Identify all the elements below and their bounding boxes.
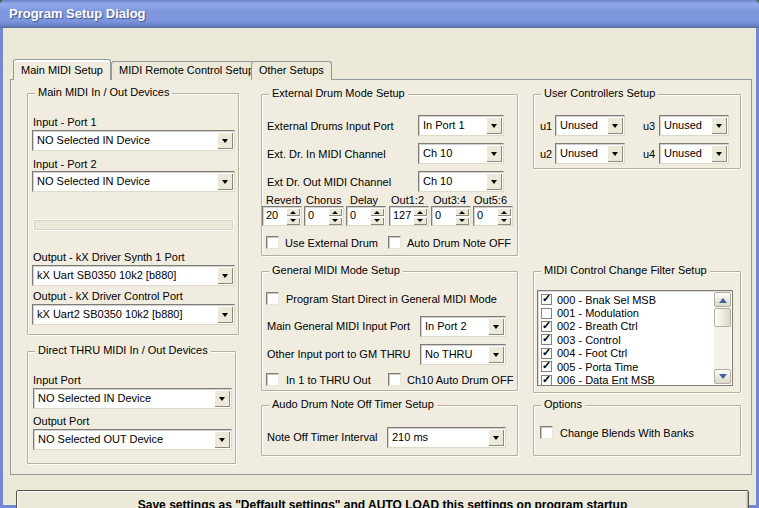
- dropdown-button[interactable]: [607, 117, 623, 134]
- checkbox[interactable]: [541, 361, 552, 372]
- note-off-timer-combo[interactable]: 210 ms: [387, 427, 506, 448]
- cc-filter-scrollbar[interactable]: [714, 292, 731, 384]
- spinner-value: 0: [347, 207, 369, 225]
- spin-up-icon[interactable]: [370, 208, 384, 216]
- combo-value: Unused: [556, 144, 606, 163]
- dropdown-button[interactable]: [486, 145, 502, 162]
- spin-up-icon[interactable]: [286, 208, 300, 216]
- dropdown-button[interactable]: [711, 117, 727, 134]
- cc-filter-item-label: 003 - Control: [557, 334, 621, 346]
- tab-other-setups[interactable]: Other Setups: [251, 61, 332, 80]
- ext-dr-out-channel-combo[interactable]: Ch 10: [418, 171, 504, 192]
- ch10-auto-drum-off-checkbox[interactable]: [388, 373, 401, 386]
- spin-up-icon[interactable]: [328, 208, 342, 216]
- change-blends-checkbox[interactable]: [540, 426, 553, 439]
- combo-value: In Port 2: [421, 317, 487, 336]
- out56-spinner[interactable]: 0: [473, 206, 513, 226]
- ext-dr-in-channel-label: Ext. Dr. In MIDI Channel: [267, 148, 386, 160]
- thru-input-combo[interactable]: NO Selected IN Device: [33, 388, 232, 409]
- midi-activity-meter: [33, 219, 234, 231]
- tab-main-midi-setup[interactable]: Main MIDI Setup: [13, 59, 111, 80]
- cc-filter-item[interactable]: 004 - Foot Ctrl: [538, 347, 714, 360]
- scroll-down-button[interactable]: [714, 369, 731, 384]
- cc-filter-list[interactable]: 000 - Bnak Sel MSB 001 - Modulation 002 …: [537, 290, 733, 386]
- u2-combo[interactable]: Unused: [555, 143, 625, 164]
- cc-filter-item[interactable]: 006 - Data Ent MSB: [538, 373, 714, 386]
- spin-down-icon[interactable]: [286, 217, 300, 225]
- title-bar[interactable]: Program Setup Dialog: [0, 0, 759, 28]
- cc-filter-item[interactable]: 003 - Control: [538, 333, 714, 346]
- u1-combo[interactable]: Unused: [555, 115, 625, 136]
- dropdown-button[interactable]: [607, 145, 623, 162]
- u4-combo[interactable]: Unused: [659, 143, 729, 164]
- spin-down-icon[interactable]: [328, 217, 342, 225]
- spin-down-icon[interactable]: [370, 217, 384, 225]
- group-title: General MIDI Mode Setup: [269, 264, 403, 276]
- dropdown-button[interactable]: [214, 390, 230, 407]
- checkbox[interactable]: [541, 294, 552, 305]
- dropdown-button[interactable]: [217, 173, 233, 190]
- dropdown-button[interactable]: [488, 346, 504, 363]
- chorus-spinner[interactable]: 0: [304, 206, 344, 226]
- delay-spinner[interactable]: 0: [346, 206, 386, 226]
- combo-value: Unused: [660, 116, 710, 135]
- scroll-up-button[interactable]: [714, 292, 731, 307]
- ext-drums-input-port-combo[interactable]: In Port 1: [418, 115, 504, 136]
- input-port2-combo[interactable]: NO Selected IN Device: [32, 171, 235, 192]
- dropdown-button[interactable]: [217, 306, 233, 323]
- dropdown-button[interactable]: [488, 429, 504, 446]
- in1-thru-out-checkbox[interactable]: [266, 373, 279, 386]
- checkbox[interactable]: [541, 348, 552, 359]
- cc-filter-item-label: 001 - Modulation: [557, 307, 639, 319]
- gm-thru-port-combo[interactable]: No THRU: [420, 344, 506, 365]
- spin-header-out56: Out5:6: [474, 194, 507, 206]
- scrollbar-thumb[interactable]: [714, 308, 731, 327]
- auto-drum-note-off-label: Auto Drum Note OFF: [407, 237, 511, 249]
- dropdown-button[interactable]: [214, 431, 230, 448]
- dropdown-button[interactable]: [217, 132, 233, 149]
- program-start-gm-checkbox[interactable]: [266, 292, 279, 305]
- checkbox[interactable]: [541, 334, 552, 345]
- checkbox[interactable]: [541, 321, 552, 332]
- checkbox[interactable]: [541, 308, 552, 319]
- dropdown-button[interactable]: [711, 145, 727, 162]
- dropdown-button[interactable]: [486, 117, 502, 134]
- thru-output-combo[interactable]: NO Selected OUT Device: [33, 429, 232, 450]
- output-control-combo[interactable]: kX Uart2 SB0350 10k2 [b880]: [32, 304, 235, 325]
- output-synth-combo[interactable]: kX Uart SB0350 10k2 [b880]: [32, 265, 235, 286]
- spin-up-icon[interactable]: [413, 208, 427, 216]
- save-settings-button[interactable]: Save settings as "Deffault settings" and…: [16, 490, 749, 508]
- out12-spinner[interactable]: 127: [389, 206, 429, 226]
- cc-filter-item[interactable]: 001 - Modulation: [538, 306, 714, 319]
- spin-up-icon[interactable]: [455, 208, 469, 216]
- ext-dr-in-channel-combo[interactable]: Ch 10: [418, 143, 504, 164]
- thru-output-label: Output Port: [33, 415, 89, 427]
- spin-down-icon[interactable]: [455, 217, 469, 225]
- spinner-value: 0: [305, 207, 327, 225]
- use-external-drum-checkbox[interactable]: [266, 236, 279, 249]
- reverb-spinner[interactable]: 20: [262, 206, 302, 226]
- spin-down-icon[interactable]: [497, 217, 511, 225]
- spin-header-delay: Delay: [350, 194, 378, 206]
- auto-drum-note-off-checkbox[interactable]: [388, 236, 401, 249]
- cc-filter-item[interactable]: 002 - Breath Ctrl: [538, 320, 714, 333]
- cc-filter-item[interactable]: 000 - Bnak Sel MSB: [538, 293, 714, 306]
- spinner-value: 127: [390, 207, 412, 225]
- dropdown-button[interactable]: [217, 267, 233, 284]
- u1-label: u1: [540, 120, 552, 132]
- checkbox[interactable]: [541, 375, 552, 386]
- tab-midi-remote-control-setup[interactable]: MIDI Remote Control Setup: [111, 61, 262, 80]
- spin-down-icon[interactable]: [413, 217, 427, 225]
- out34-spinner[interactable]: 0: [431, 206, 471, 226]
- dialog-body: Main MIDI Setup MIDI Remote Control Setu…: [3, 28, 756, 505]
- u3-combo[interactable]: Unused: [659, 115, 729, 136]
- input-port1-combo[interactable]: NO Selected IN Device: [32, 130, 235, 151]
- cc-filter-item[interactable]: 005 - Porta Time: [538, 360, 714, 373]
- ch10-auto-drum-off-label: Ch10 Auto Drum OFF: [407, 374, 513, 386]
- dropdown-button[interactable]: [486, 173, 502, 190]
- input-port2-label: Input - Port 2: [33, 158, 97, 170]
- dropdown-button[interactable]: [488, 318, 504, 335]
- spin-up-icon[interactable]: [497, 208, 511, 216]
- gm-input-port-combo[interactable]: In Port 2: [420, 316, 506, 337]
- combo-value: Ch 10: [419, 144, 485, 163]
